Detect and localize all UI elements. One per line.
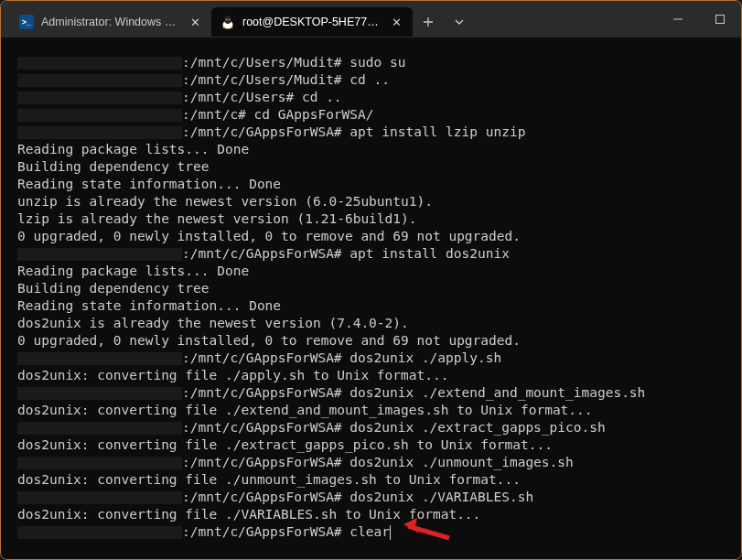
tab-powershell[interactable]: >_ Administrator: Windows PowerS ✕ <box>10 7 211 37</box>
terminal-text: 0 upgraded, 0 newly installed, 0 to remo… <box>17 229 521 243</box>
terminal-line: Reading state information... Done <box>17 297 736 315</box>
terminal-text: unzip is already the newest version (6.0… <box>17 194 433 209</box>
terminal-text: Reading package lists... Done <box>17 264 249 278</box>
text-cursor <box>390 525 391 540</box>
terminal-line: :/mnt/c/GAppsForWSA# dos2unix ./apply.sh <box>17 350 736 367</box>
terminal-line: :/mnt/c/GAppsForWSA# dos2unix ./VARIABLE… <box>17 489 736 506</box>
redacted-segment <box>17 491 182 504</box>
svg-rect-6 <box>716 16 725 24</box>
terminal-line: dos2unix: converting file ./VARIABLES.sh… <box>17 506 736 523</box>
tab-linux[interactable]: root@DESKTOP-5HE77VO: /mn ✕ <box>211 7 413 37</box>
terminal-line: :/mnt/c/GAppsForWSA# clear <box>17 523 736 541</box>
terminal-text: dos2unix: converting file ./extract_gapp… <box>17 437 553 452</box>
terminal-line: :/mnt/c/Users/Mudit# cd .. <box>17 71 736 89</box>
terminal-text: dos2unix: converting file ./unmount_imag… <box>17 472 521 487</box>
terminal-line: Building dependency tree <box>17 158 736 176</box>
terminal-text: dos2unix is already the newest version (… <box>17 316 409 330</box>
terminal-line: :/mnt/c/GAppsForWSA# dos2unix ./extend_a… <box>17 384 736 402</box>
tab-title: Administrator: Windows PowerS <box>41 16 180 28</box>
svg-point-1 <box>224 16 231 24</box>
new-tab-button[interactable] <box>413 7 444 37</box>
redacted-segment <box>17 422 182 435</box>
terminal-line: Building dependency tree <box>17 280 736 297</box>
redacted-segment <box>17 457 182 469</box>
terminal-line: lzip is already the newest version (1.21… <box>17 210 736 228</box>
redacted-segment <box>17 57 182 70</box>
redacted-segment <box>17 387 182 400</box>
redacted-segment <box>17 92 182 104</box>
terminal-text: :/mnt/c/GAppsForWSA# apt install lzip un… <box>182 124 525 139</box>
terminal-text: Building dependency tree <box>17 159 210 174</box>
redacted-segment <box>17 248 182 261</box>
terminal-text: Reading state information... Done <box>17 177 281 191</box>
terminal-text: :/mnt/c/GAppsForWSA# dos2unix ./VARIABLE… <box>182 490 533 504</box>
terminal-text: :/mnt/c/Users/Mudit# cd .. <box>182 72 390 87</box>
terminal-line: dos2unix: converting file ./unmount_imag… <box>17 471 736 489</box>
maximize-button[interactable] <box>699 1 741 38</box>
window-controls <box>657 1 741 38</box>
terminal-text: :/mnt/c/GAppsForWSA# clear <box>182 524 390 539</box>
close-icon[interactable]: ✕ <box>188 15 202 29</box>
terminal-line: dos2unix: converting file ./extract_gapp… <box>17 436 736 454</box>
redacted-segment <box>17 109 182 122</box>
terminal-line: dos2unix is already the newest version (… <box>17 315 736 332</box>
tab-title: root@DESKTOP-5HE77VO: /mn <box>242 16 382 28</box>
terminal-line: :/mnt/c# cd GAppsForWSA/ <box>17 106 736 124</box>
terminal-text: :/mnt/c/GAppsForWSA# dos2unix ./extract_… <box>182 420 606 435</box>
titlebar: >_ Administrator: Windows PowerS ✕ root@… <box>1 1 741 38</box>
terminal-line: :/mnt/c/GAppsForWSA# dos2unix ./unmount_… <box>17 454 736 471</box>
tab-dropdown-button[interactable] <box>444 7 475 37</box>
tux-icon <box>220 15 235 29</box>
terminal-line: :/mnt/c/GAppsForWSA# apt install dos2uni… <box>17 245 736 263</box>
terminal-line: Reading package lists... Done <box>17 263 736 280</box>
powershell-icon: >_ <box>19 15 34 29</box>
terminal-line: dos2unix: converting file ./apply.sh to … <box>17 367 736 384</box>
terminal-line: :/mnt/c/Users# cd .. <box>17 89 736 106</box>
close-icon[interactable]: ✕ <box>389 15 403 29</box>
terminal-line: :/mnt/c/GAppsForWSA# dos2unix ./extract_… <box>17 419 736 436</box>
redacted-segment <box>17 126 182 139</box>
terminal-text: Building dependency tree <box>17 281 210 296</box>
terminal-output[interactable]: :/mnt/c/Users/Mudit# sudo su:/mnt/c/User… <box>1 38 741 559</box>
terminal-text: :/mnt/c/GAppsForWSA# dos2unix ./apply.sh <box>182 350 501 365</box>
terminal-line: :/mnt/c/Users/Mudit# sudo su <box>17 54 736 71</box>
terminal-line: 0 upgraded, 0 newly installed, 0 to remo… <box>17 228 736 245</box>
minimize-button[interactable] <box>657 1 699 38</box>
terminal-text: 0 upgraded, 0 newly installed, 0 to remo… <box>17 333 521 348</box>
tab-strip: >_ Administrator: Windows PowerS ✕ root@… <box>1 1 657 38</box>
terminal-text: dos2unix: converting file ./VARIABLES.sh… <box>17 507 480 522</box>
svg-point-4 <box>226 19 227 20</box>
terminal-text: :/mnt/c/Users# cd .. <box>182 90 342 104</box>
terminal-text: Reading package lists... Done <box>17 142 249 156</box>
terminal-text: :/mnt/c# cd GAppsForWSA/ <box>182 107 374 122</box>
terminal-text: lzip is already the newest version (1.21… <box>17 211 417 226</box>
terminal-line: 0 upgraded, 0 newly installed, 0 to remo… <box>17 332 736 350</box>
terminal-line: Reading package lists... Done <box>17 141 736 158</box>
terminal-text: :/mnt/c/GAppsForWSA# dos2unix ./extend_a… <box>182 385 645 400</box>
terminal-text: Reading state information... Done <box>17 298 281 313</box>
terminal-line: dos2unix: converting file ./extend_and_m… <box>17 402 736 419</box>
terminal-text: :/mnt/c/GAppsForWSA# dos2unix ./unmount_… <box>182 455 574 469</box>
terminal-line: unzip is already the newest version (6.0… <box>17 193 736 210</box>
terminal-text: dos2unix: converting file ./extend_and_m… <box>17 403 593 417</box>
terminal-text: :/mnt/c/Users/Mudit# sudo su <box>182 55 405 70</box>
redacted-segment <box>17 74 182 87</box>
terminal-line: :/mnt/c/GAppsForWSA# apt install lzip un… <box>17 124 736 141</box>
terminal-line: Reading state information... Done <box>17 176 736 193</box>
redacted-segment <box>17 352 182 365</box>
redacted-segment <box>17 526 182 539</box>
terminal-text: dos2unix: converting file ./apply.sh to … <box>17 368 448 382</box>
terminal-text: :/mnt/c/GAppsForWSA# apt install dos2uni… <box>182 246 510 261</box>
svg-point-5 <box>229 19 230 20</box>
